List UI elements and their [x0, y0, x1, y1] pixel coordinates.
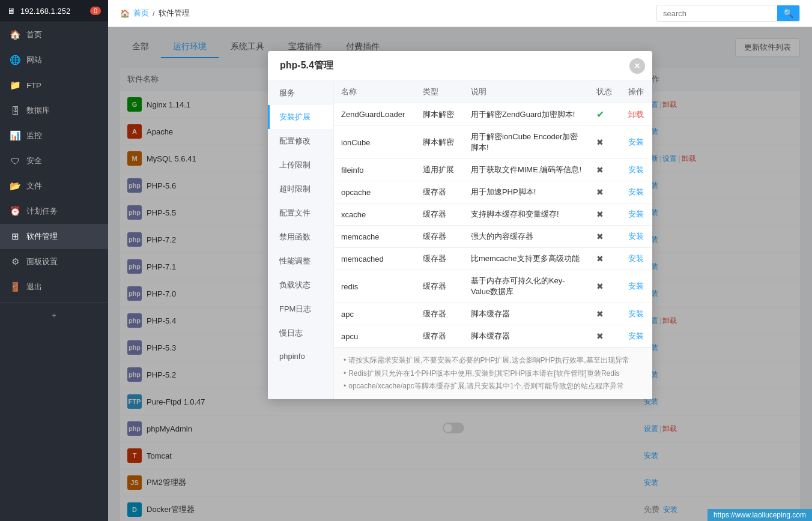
nav-icon-ftp: 📁 [10, 80, 20, 91]
ext-action-btn-memcached[interactable]: 安装 [628, 254, 644, 263]
note-text: 请按实际需求安装扩展,不要安装不必要的PHP扩展,这会影响PHP执行效率,基至出… [348, 354, 629, 367]
modal-nav-install_ext[interactable]: 安装扩展 [268, 105, 333, 129]
ext-status: ✖ [589, 303, 620, 325]
modal-nav-slow_log[interactable]: 慢日志 [268, 321, 333, 345]
nav-label-security: 安全 [26, 155, 42, 166]
ext-action-btn-redis[interactable]: 安装 [628, 282, 644, 291]
notification-badge: 0 [90, 7, 101, 15]
ext-status: ✖ [589, 126, 620, 159]
modal-nav-load_status[interactable]: 负载状态 [268, 273, 333, 297]
modal-nav-phpinfo[interactable]: phpinfo [268, 345, 333, 367]
ext-action-btn-ionCube[interactable]: 安装 [628, 137, 644, 146]
ext-action-btn-xcache[interactable]: 安装 [628, 209, 644, 218]
ext-row: fileinfo 通用扩展 用于获取文件MIME,编码等信息! ✖ 安装 [334, 159, 652, 181]
ext-status: ✔ [589, 103, 620, 126]
search-button[interactable]: 🔍 [777, 5, 799, 21]
sidebar-item-ftp[interactable]: 📁FTP [0, 73, 108, 98]
nav-label-panel: 面板设置 [26, 256, 58, 267]
modal-nav-service[interactable]: 服务 [268, 81, 333, 105]
sidebar-header: 🖥 192.168.1.252 0 [0, 0, 108, 22]
ext-row: apcu 缓存器 脚本缓存器 ✖ 安装 [334, 325, 652, 348]
ext-type: 缓存器 [416, 226, 464, 248]
ext-desc: 支持脚本缓存和变量缓存! [464, 203, 589, 226]
ext-action-btn-memcache[interactable]: 安装 [628, 232, 644, 241]
home-icon: 🏠 [120, 9, 130, 18]
ext-action: 安装 [621, 159, 652, 181]
sidebar-item-crontab[interactable]: ⏰计划任务 [0, 199, 108, 224]
ext-row: memcache 缓存器 强大的内容缓存器 ✖ 安装 [334, 226, 652, 248]
breadcrumb-home[interactable]: 首页 [133, 8, 149, 19]
modal-header: php-5.4管理 × [268, 51, 652, 81]
sidebar-item-home[interactable]: 🏠首页 [0, 22, 108, 47]
ext-name: apcu [334, 325, 416, 348]
ext-name: apc [334, 303, 416, 325]
extension-table-wrap: 名称 类型 说明 状态 操作 ZendGuardLoader 脚本解密 用于解密… [334, 81, 652, 348]
modal-nav-config_mod[interactable]: 配置修改 [268, 129, 333, 153]
ext-desc: 强大的内容缓存器 [464, 226, 589, 248]
ext-action-btn-apcu[interactable]: 安装 [628, 331, 644, 340]
ext-action: 安装 [621, 226, 652, 248]
ext-action: 卸载 [621, 103, 652, 126]
ext-name: fileinfo [334, 159, 416, 181]
ext-action-btn-ZendGuardLoader[interactable]: 卸载 [628, 110, 644, 119]
ext-status: ✖ [589, 270, 620, 303]
ext-action-btn-fileinfo[interactable]: 安装 [628, 165, 644, 174]
sidebar-item-security[interactable]: 🛡安全 [0, 148, 108, 173]
ext-desc: 脚本缓存器 [464, 325, 589, 348]
search-input[interactable] [657, 6, 777, 21]
sidebar-item-monitor[interactable]: 📊监控 [0, 123, 108, 148]
nav-label-monitor: 监控 [26, 130, 42, 141]
ext-status: ✖ [589, 181, 620, 203]
nav-label-software: 软件管理 [26, 231, 58, 242]
add-button[interactable]: + [0, 305, 108, 326]
ext-desc: 用于获取文件MIME,编码等信息! [464, 159, 589, 181]
ext-desc: 脚本缓存器 [464, 303, 589, 325]
modal-nav-config_file[interactable]: 配置文件 [268, 201, 333, 225]
ext-col-desc: 说明 [464, 81, 589, 103]
modal-nav-perf[interactable]: 性能调整 [268, 249, 333, 273]
sidebar-item-software[interactable]: ⊞软件管理 [0, 224, 108, 249]
modal-nav-upload_limit[interactable]: 上传限制 [268, 153, 333, 177]
extension-table: 名称 类型 说明 状态 操作 ZendGuardLoader 脚本解密 用于解密… [334, 81, 652, 348]
ext-row: opcache 缓存器 用于加速PHP脚本! ✖ 安装 [334, 181, 652, 203]
ext-action: 安装 [621, 248, 652, 270]
ext-name: ZendGuardLoader [334, 103, 416, 126]
status-not-installed: ✖ [596, 309, 604, 319]
nav-label-logout: 退出 [26, 282, 42, 292]
status-not-installed: ✖ [596, 254, 604, 264]
ext-type: 通用扩展 [416, 159, 464, 181]
sidebar-item-files[interactable]: 📂文件 [0, 173, 108, 199]
ext-name: opcache [334, 181, 416, 203]
ext-type: 缓存器 [416, 181, 464, 203]
ext-type: 缓存器 [416, 248, 464, 270]
modal-close-button[interactable]: × [629, 58, 645, 74]
ext-action: 安装 [621, 126, 652, 159]
search-bar: 🔍 [656, 5, 800, 22]
nav-label-ftp: FTP [26, 81, 41, 90]
modal-nav-disable_fn[interactable]: 禁用函数 [268, 225, 333, 249]
ext-name: redis [334, 270, 416, 303]
ext-action-btn-apc[interactable]: 安装 [628, 309, 644, 318]
sidebar-item-database[interactable]: 🗄数据库 [0, 98, 108, 123]
bullet-icon: • [344, 354, 346, 367]
sidebar-item-panel[interactable]: ⚙面板设置 [0, 249, 108, 274]
ext-row: apc 缓存器 脚本缓存器 ✖ 安装 [334, 303, 652, 325]
modal-main-content: 名称 类型 说明 状态 操作 ZendGuardLoader 脚本解密 用于解密… [334, 81, 652, 399]
note-text: Redis扩展只允许在1个PHP版本中使用,安装到其它PHP版本请在[软件管理]… [348, 367, 619, 381]
monitor-icon: 🖥 [7, 6, 16, 16]
modal-nav-timeout[interactable]: 超时限制 [268, 177, 333, 201]
nav-label-database: 数据库 [26, 105, 50, 116]
nav-icon-crontab: ⏰ [10, 206, 20, 217]
sidebar-item-website[interactable]: 🌐网站 [0, 47, 108, 73]
ext-action-btn-opcache[interactable]: 安装 [628, 187, 644, 196]
sidebar-item-logout[interactable]: 🚪退出 [0, 274, 108, 300]
ext-table-body: ZendGuardLoader 脚本解密 用于解密ZendGuard加密脚本! … [334, 103, 652, 348]
nav-icon-panel: ⚙ [10, 256, 20, 267]
nav-icon-files: 📂 [10, 181, 20, 191]
breadcrumb-current: 软件管理 [159, 8, 190, 19]
modal-nav-fpm_log[interactable]: FPM日志 [268, 297, 333, 321]
ext-row: xcache 缓存器 支持脚本缓存和变量缓存! ✖ 安装 [334, 203, 652, 226]
ext-name: xcache [334, 203, 416, 226]
modal-note: •Redis扩展只允许在1个PHP版本中使用,安装到其它PHP版本请在[软件管理… [344, 367, 643, 381]
status-not-installed: ✖ [596, 187, 604, 197]
